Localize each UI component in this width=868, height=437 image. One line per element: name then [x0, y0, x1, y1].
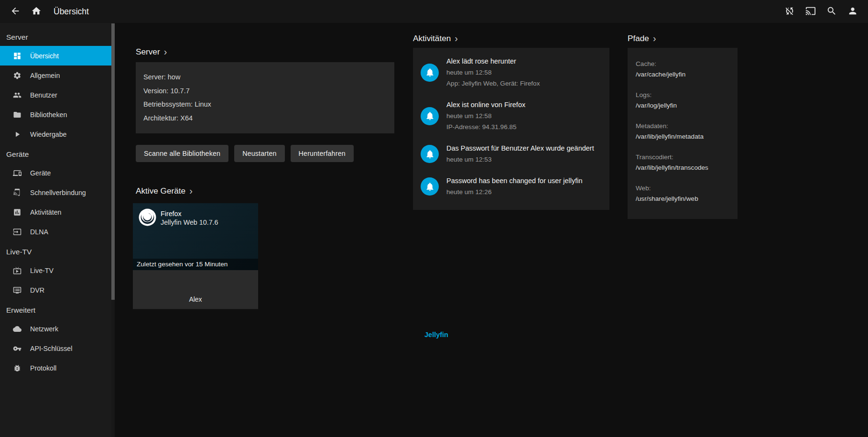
back-button[interactable]: [5, 1, 26, 22]
sidebar-section: Geräte Geräte Schnellverbindung Aktivitä…: [0, 144, 111, 241]
sync-disabled-icon: [784, 6, 795, 18]
sidebar-item-benutzer[interactable]: Benutzer: [0, 85, 111, 105]
notification-bell-icon: [421, 107, 439, 125]
activity-detail: IP-Adresse: 94.31.96.85: [446, 121, 525, 132]
path-item: Metadaten: /var/lib/jellyfin/metadata: [636, 121, 729, 142]
quick-connect-icon: [13, 188, 22, 197]
path-label: Web:: [636, 183, 729, 194]
top-bar: Übersicht: [0, 0, 868, 23]
sidebar-item-label: Aktivitäten: [30, 208, 61, 216]
sidebar-item-bibliotheken[interactable]: Bibliotheken: [0, 105, 111, 124]
folder-icon: [13, 110, 22, 119]
device-app-name: Firefox: [161, 209, 218, 218]
path-item: Cache: /var/cache/jellyfin: [636, 59, 729, 80]
path-value: /var/lib/jellyfin/metadata: [636, 131, 729, 142]
server-name-line: Server: how: [143, 72, 387, 83]
chevron-right-icon: ›: [653, 33, 656, 43]
path-value: /var/cache/jellyfin: [636, 69, 729, 80]
sidebar-item-uebersicht[interactable]: Übersicht: [0, 46, 111, 66]
path-label: Logs:: [636, 90, 729, 100]
gear-icon: [13, 71, 22, 80]
home-button[interactable]: [26, 1, 47, 22]
activities-card: Alex lädt rose herunter heute um 12:58 A…: [413, 48, 609, 210]
path-value: /var/log/jellyfin: [636, 100, 729, 111]
activities-heading[interactable]: Aktivitäten ›: [413, 33, 609, 44]
sidebar-item-dlna[interactable]: DLNA: [0, 222, 111, 241]
path-label: Cache:: [636, 59, 729, 69]
devices-icon: [13, 169, 22, 177]
sidebar-scrollbar[interactable]: [111, 23, 115, 437]
main-content: Server › Server: how Version: 10.7.7 Bet…: [115, 23, 868, 437]
sidebar-item-wiedergabe[interactable]: Wiedergabe: [0, 124, 111, 144]
activities-list: Alex lädt rose herunter heute um 12:58 A…: [421, 56, 602, 197]
sidebar: Server Übersicht Allgemein Benutzer Bibl…: [0, 23, 115, 437]
sidebar-section-label: Erweitert: [0, 300, 111, 319]
sidebar-item-label: API-Schlüssel: [30, 345, 72, 352]
jellyfin-link[interactable]: Jellyfin: [424, 331, 448, 339]
dlna-icon: [13, 228, 22, 236]
sidebar-item-geraete[interactable]: Geräte: [0, 163, 111, 183]
play-icon: [13, 130, 22, 139]
device-card-footer: Alex: [133, 270, 258, 309]
syncplay-button[interactable]: [779, 1, 800, 22]
sidebar-section-label: Server: [0, 27, 111, 46]
activities-section: Aktivitäten › Alex lädt rose herunter he…: [413, 23, 609, 210]
active-devices-heading-label: Aktive Geräte: [136, 186, 185, 196]
notification-bell-icon: [421, 64, 439, 82]
sidebar-item-label: Bibliotheken: [30, 111, 67, 119]
activity-item: Alex ist online von Firefox heute um 12:…: [421, 99, 602, 132]
activity-time: heute um 12:58: [446, 110, 525, 121]
server-heading-label: Server: [136, 47, 160, 57]
cast-button[interactable]: [800, 1, 821, 22]
sidebar-item-aktivitaeten[interactable]: Aktivitäten: [0, 202, 111, 222]
sidebar-item-api-schluessel[interactable]: API-Schlüssel: [0, 339, 111, 358]
sidebar-section-list: Netzwerk API-Schlüssel Protokoll: [0, 319, 111, 378]
activity-text: Das Passwort für Benutzer Alex wurde geä…: [446, 143, 594, 165]
activity-time: heute um 12:53: [446, 154, 594, 165]
activity-title: Password has been changed for user jelly…: [446, 175, 583, 186]
sidebar-item-protokoll[interactable]: Protokoll: [0, 358, 111, 378]
server-heading[interactable]: Server ›: [136, 47, 394, 57]
paths-card: Cache: /var/cache/jellyfin Logs: /var/lo…: [628, 48, 738, 219]
device-client-version: Jellyfin Web 10.7.6: [161, 218, 218, 227]
device-last-seen: Zuletzt gesehen vor 15 Minuten: [133, 259, 258, 270]
key-icon: [13, 344, 22, 353]
chevron-right-icon: ›: [455, 33, 458, 43]
server-version-line: Version: 10.7.7: [143, 86, 387, 97]
activity-time: heute um 12:58: [446, 67, 540, 78]
sidebar-item-label: Benutzer: [30, 91, 57, 99]
search-icon: [826, 6, 837, 18]
path-value: /var/lib/jellyfin/transcodes: [636, 163, 729, 173]
sidebar-item-label: Wiedergabe: [30, 131, 67, 138]
server-info-card: Server: how Version: 10.7.7 Betriebssyst…: [136, 62, 394, 133]
device-card[interactable]: Firefox Jellyfin Web 10.7.6 Zuletzt gese…: [133, 203, 258, 309]
cloud-icon: [13, 325, 22, 333]
server-arch-line: Architektur: X64: [143, 113, 387, 124]
activity-detail: App: Jellyfin Web, Gerät: Firefox: [446, 78, 540, 89]
paths-heading[interactable]: Pfade ›: [628, 33, 738, 44]
cast-icon: [805, 6, 816, 18]
home-icon: [31, 6, 42, 18]
device-card-image: Firefox Jellyfin Web 10.7.6 Zuletzt gese…: [133, 203, 258, 270]
sidebar-item-live-tv[interactable]: Live-TV: [0, 261, 111, 280]
sidebar-item-schnellverbindung[interactable]: Schnellverbindung: [0, 183, 111, 202]
sidebar-item-dvr[interactable]: DVR: [0, 280, 111, 300]
activity-text: Alex lädt rose herunter heute um 12:58 A…: [446, 56, 540, 89]
user-menu-button[interactable]: [842, 1, 863, 22]
chevron-right-icon: ›: [189, 186, 193, 196]
bug-icon: [13, 364, 22, 372]
shutdown-button[interactable]: Herunterfahren: [291, 145, 354, 162]
sidebar-section: Live-TV Live-TV DVR: [0, 241, 111, 300]
sidebar-section-label: Live-TV: [0, 241, 111, 261]
activities-heading-label: Aktivitäten: [413, 33, 451, 44]
sidebar-item-netzwerk[interactable]: Netzwerk: [0, 319, 111, 339]
sidebar-item-label: Geräte: [30, 169, 51, 177]
sidebar-scrollbar-thumb[interactable]: [111, 23, 115, 300]
active-devices-heading[interactable]: Aktive Geräte ›: [136, 186, 394, 196]
path-item: Web: /usr/share/jellyfin/web: [636, 183, 729, 204]
scan-libraries-button[interactable]: Scanne alle Bibliotheken: [136, 145, 228, 162]
search-button[interactable]: [821, 1, 842, 22]
path-label: Transcodiert:: [636, 152, 729, 163]
sidebar-item-allgemein[interactable]: Allgemein: [0, 66, 111, 85]
restart-button[interactable]: Neustarten: [234, 145, 284, 162]
